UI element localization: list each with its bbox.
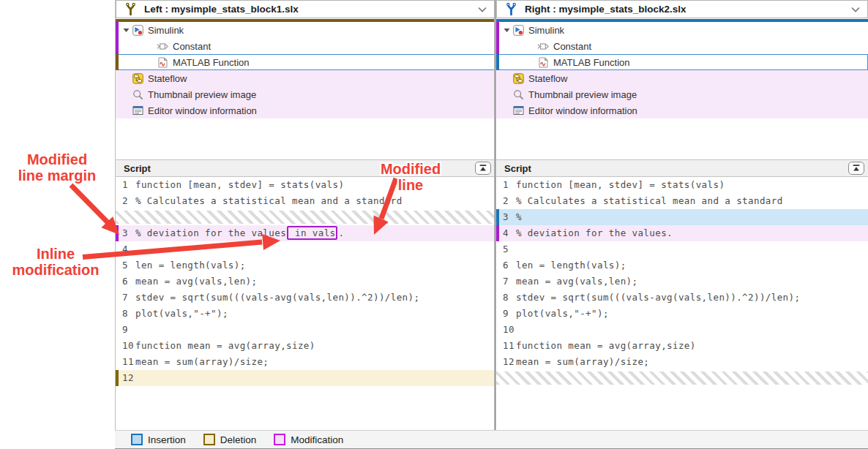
line-text: mean = avg(vals,len); <box>516 276 637 287</box>
tree-item-label: Editor window information <box>528 105 637 116</box>
line-text: function [mean, stdev] = stats(vals) <box>516 179 725 190</box>
line-number: 5 <box>122 257 135 273</box>
tree-collapse-caret-icon[interactable] <box>501 28 512 33</box>
tree-item-label: Stateflow <box>148 73 187 84</box>
code-line-7[interactable]: 7stdev = sqrt(sum(((vals-avg(vals,len)).… <box>116 290 495 306</box>
line-number: 12 <box>122 370 135 386</box>
tree-item-constant[interactable]: Constant <box>496 38 868 54</box>
line-text: % deviation for the values. <box>516 227 673 238</box>
line-number: 1 <box>122 177 135 193</box>
tree-item-constant[interactable]: Constant <box>116 38 495 54</box>
code-line-11[interactable]: 11function mean = avg(array,size) <box>496 338 868 354</box>
code-line-1[interactable]: 1function [mean, stdev] = stats(vals) <box>496 177 868 193</box>
code-line-8[interactable]: 8plot(vals,"-+"); <box>116 306 495 322</box>
tree-item-editor-window-information[interactable]: Editor window information <box>496 102 868 118</box>
line-number: 12 <box>503 354 516 370</box>
code-line-9[interactable]: 9 <box>116 322 495 338</box>
code-line-4[interactable]: 4% deviation for the values. <box>496 225 868 241</box>
collapse-panel-button[interactable] <box>848 162 864 175</box>
hatch-pattern <box>116 211 495 224</box>
tree-item-thumbnail-preview-image[interactable]: Thumbnail preview image <box>496 86 868 102</box>
collapse-panel-button[interactable] <box>475 162 491 175</box>
selected-item-margin-bar <box>116 54 119 70</box>
tree-item-label: Simulink <box>528 25 564 36</box>
alignment-filler-row <box>496 370 868 386</box>
line-number: 8 <box>122 306 135 322</box>
legend-item-modification: Modification <box>274 434 343 445</box>
line-text: plot(vals,"-+"); <box>135 308 228 319</box>
tree-item-label: MATLAB Function <box>553 57 630 68</box>
code-line-12[interactable]: 12 <box>116 370 495 386</box>
modified-margin-bar <box>496 225 499 241</box>
line-number: 7 <box>122 290 135 306</box>
line-number: 4 <box>122 241 135 257</box>
line-text: function mean = avg(array,size) <box>516 340 696 351</box>
code-line-10[interactable]: 10 <box>496 322 868 338</box>
constant-icon <box>157 41 168 52</box>
line-number: 11 <box>122 354 135 370</box>
line-number: 2 <box>122 193 135 209</box>
magnifier-icon <box>132 89 143 100</box>
tree-item-label: MATLAB Function <box>173 57 250 68</box>
line-number: 10 <box>503 322 516 338</box>
chevron-down-icon[interactable] <box>478 7 487 12</box>
tree-item-stateflow[interactable]: Stateflow <box>496 70 868 86</box>
line-number: 10 <box>122 338 135 354</box>
code-line-6[interactable]: 6len = length(vals); <box>496 257 868 273</box>
line-number: 2 <box>503 193 516 209</box>
line-number: 4 <box>503 225 516 241</box>
left-script-header: Script <box>116 159 495 177</box>
code-line-8[interactable]: 8stdev = sqrt(sum(((vals-avg(vals,len)).… <box>496 290 868 306</box>
left-file-title: Left : mysimple_stats_block1.slx <box>144 4 478 15</box>
right-file-title: Right : mysimple_stats_block2.slx <box>525 4 851 15</box>
code-line-4[interactable]: 4 <box>116 241 495 257</box>
insertion-swatch-icon <box>131 434 143 445</box>
tree-item-editor-window-information[interactable]: Editor window information <box>116 102 495 118</box>
magnifier-icon <box>512 89 524 100</box>
line-text: len = length(vals); <box>135 260 246 271</box>
line-text: % deviation for the values in vals. <box>135 227 344 238</box>
right-panel: Right : mysimple_stats_block2.slx Simuli… <box>496 0 868 430</box>
tree-item-simulink[interactable]: Simulink <box>496 22 868 38</box>
code-line-7[interactable]: 7mean = avg(vals,len); <box>496 273 868 290</box>
code-line-2[interactable]: 2% Calculates a statistical mean and a s… <box>116 193 495 209</box>
line-number: 7 <box>503 273 516 290</box>
tree-item-label: Thumbnail preview image <box>148 89 256 100</box>
editor-window-icon <box>132 105 143 116</box>
tree-item-label: Constant <box>553 41 591 52</box>
code-line-12[interactable]: 12mean = sum(array)/size; <box>496 354 868 370</box>
inline-modification-box[interactable]: in vals <box>287 226 337 240</box>
code-line-1[interactable]: 1function [mean, stdev] = stats(vals) <box>116 177 495 193</box>
code-line-3[interactable]: 3% deviation for the values in vals. <box>116 225 495 241</box>
code-line-10[interactable]: 10function mean = avg(array,size) <box>116 338 495 354</box>
right-tree: SimulinkConstantMATLAB FunctionStateflow… <box>496 22 868 118</box>
code-line-5[interactable]: 5 <box>496 241 868 257</box>
line-text: stdev = sqrt(sum(((vals-avg(vals,len)).^… <box>516 292 800 303</box>
tree-item-simulink[interactable]: Simulink <box>116 22 495 38</box>
tree-item-matlab-function[interactable]: MATLAB Function <box>116 54 495 70</box>
compare-branch-icon <box>504 2 518 17</box>
legend-item-insertion: Insertion <box>131 434 186 445</box>
code-line-9[interactable]: 9plot(vals,"-+"); <box>496 306 868 322</box>
deletion-swatch-icon <box>203 434 215 445</box>
legend-label: Modification <box>291 434 343 445</box>
line-number: 3 <box>122 225 135 241</box>
code-line-11[interactable]: 11mean = sum(array)/size; <box>116 354 495 370</box>
comparison-tool-window: Left : mysimple_stats_block1.slx Simulin… <box>0 0 868 449</box>
chevron-down-icon[interactable] <box>851 7 860 12</box>
simulink-icon <box>132 25 143 36</box>
tree-collapse-caret-icon[interactable] <box>120 28 132 33</box>
tree-item-stateflow[interactable]: Stateflow <box>116 70 495 86</box>
left-file-selector[interactable]: Left : mysimple_stats_block1.slx <box>116 0 495 18</box>
legend-item-deletion: Deletion <box>203 434 257 445</box>
deleted-margin-bar <box>116 370 119 386</box>
code-line-3[interactable]: 3% <box>496 209 868 225</box>
tree-item-matlab-function[interactable]: MATLAB Function <box>496 54 868 70</box>
tree-item-thumbnail-preview-image[interactable]: Thumbnail preview image <box>116 86 495 102</box>
code-line-5[interactable]: 5len = length(vals); <box>116 257 495 273</box>
matlab-function-icon <box>157 57 168 68</box>
code-line-2[interactable]: 2% Calculates a statistical mean and a s… <box>496 193 868 209</box>
matlab-function-icon <box>537 57 549 68</box>
right-file-selector[interactable]: Right : mysimple_stats_block2.slx <box>496 0 868 18</box>
code-line-6[interactable]: 6mean = avg(vals,len); <box>116 273 495 290</box>
